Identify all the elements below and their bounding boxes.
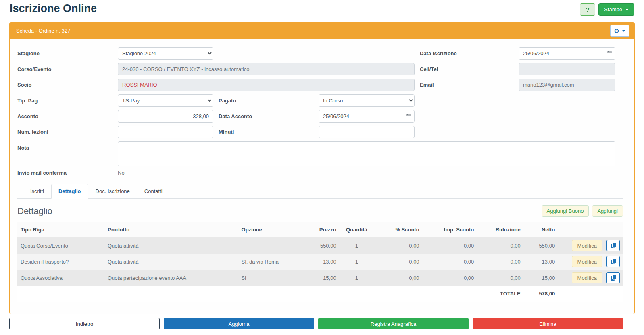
col-header-opzione: Opzione <box>238 222 303 237</box>
indietro-button[interactable]: Indietro <box>9 318 160 329</box>
minuti-label: Minuti <box>213 129 319 135</box>
detail-title: Dettaglio <box>17 206 52 216</box>
table-total-row: TOTALE 578,00 <box>17 286 623 302</box>
minuti-input[interactable] <box>319 126 415 138</box>
num-lezioni-input[interactable] <box>118 126 213 138</box>
cell-prezzo: 13,00 <box>303 254 339 270</box>
detail-header-actions: Aggiungi Buono Aggiungi <box>542 205 623 217</box>
cell-tel-label: Cell/Tel <box>415 66 519 72</box>
invio-mail-conferma-value: No <box>118 170 213 176</box>
cell-prodotto: Quota attività <box>104 237 238 254</box>
tab-contatti[interactable]: Contatti <box>137 184 170 199</box>
total-empty-cell <box>558 286 623 302</box>
data-acconto-label: Data Acconto <box>213 113 319 119</box>
pagato-select[interactable]: In Corso <box>319 94 415 107</box>
copy-row-button[interactable] <box>606 256 620 267</box>
col-header-prodotto: Prodotto <box>104 222 238 237</box>
col-header-quantita: Quantità <box>340 222 374 237</box>
modifica-button[interactable]: Modifica <box>572 256 602 267</box>
cell-imp-sconto: 0,00 <box>423 254 477 270</box>
stagione-label: Stagione <box>17 50 118 56</box>
table-header-row: Tipo Riga Prodotto Opzione Prezzo Quanti… <box>17 222 623 237</box>
cell-opzione: Si <box>238 270 303 286</box>
modifica-button[interactable]: Modifica <box>572 240 602 251</box>
data-acconto-input[interactable] <box>319 110 415 123</box>
card-title: Scheda - Ordine n. 327 <box>16 28 70 34</box>
cell-quantita: 1 <box>340 237 374 254</box>
cell-actions: Modifica <box>558 254 623 270</box>
tab-doc-iscrizione[interactable]: Doc. Iscrizione <box>88 184 137 199</box>
registra-anagrafica-button[interactable]: Registra Anagrafica <box>318 318 469 329</box>
copy-row-button[interactable] <box>606 240 620 251</box>
caret-down-icon <box>625 9 629 10</box>
invio-mail-conferma-label: Invio mail conferma <box>17 170 118 176</box>
num-lezioni-label: Num. lezioni <box>17 129 118 135</box>
cell-opzione: SI, da via Roma <box>238 254 303 270</box>
acconto-label: Acconto <box>17 113 118 119</box>
modifica-button[interactable]: Modifica <box>572 272 602 283</box>
stagione-select[interactable]: Stagione 2024 <box>118 47 213 60</box>
elimina-button[interactable]: Elimina <box>473 318 623 329</box>
cell-prodotto: Quota attività <box>104 254 238 270</box>
cell-riduzione: 0,00 <box>477 254 524 270</box>
cell-actions: Modifica <box>558 270 623 286</box>
data-iscrizione-field <box>519 47 615 60</box>
detail-table: Tipo Riga Prodotto Opzione Prezzo Quanti… <box>17 222 623 302</box>
tip-pag-label: Tip. Pag. <box>17 98 118 104</box>
corso-evento-input <box>118 63 415 75</box>
cell-perc-sconto: 0,00 <box>374 237 423 254</box>
cell-tipo-riga: Desideri il trasporto? <box>17 254 104 270</box>
col-header-perc-sconto: % Sconto <box>374 222 423 237</box>
table-row: Desideri il trasporto? Quota attività SI… <box>17 254 623 270</box>
cell-netto: 550,00 <box>524 237 558 254</box>
footer-actions: Indietro Aggiorna Registra Anagrafica El… <box>9 318 623 329</box>
col-header-netto: Netto <box>524 222 558 237</box>
detail-header: Dettaglio Aggiungi Buono Aggiungi <box>17 205 623 217</box>
col-header-tipo-riga: Tipo Riga <box>17 222 104 237</box>
col-header-imp-sconto: Imp. Sconto <box>423 222 477 237</box>
aggiorna-button[interactable]: Aggiorna <box>164 318 314 329</box>
card-header: Scheda - Ordine n. 327 ⚙ <box>10 23 634 39</box>
socio-label: Socio <box>17 82 118 88</box>
tip-pag-select[interactable]: TS-Pay <box>118 94 213 107</box>
cell-perc-sconto: 0,00 <box>374 270 423 286</box>
help-button[interactable]: ? <box>580 3 595 16</box>
acconto-input[interactable] <box>118 110 213 123</box>
gear-icon: ⚙ <box>614 27 619 35</box>
stampe-button-label: Stampe <box>604 6 622 12</box>
data-iscrizione-label: Data Iscrizione <box>415 50 519 56</box>
cell-tel-input <box>519 63 615 75</box>
calendar-icon <box>406 114 411 119</box>
order-form: Stagione Stagione 2024 Data Iscrizione C… <box>17 47 623 176</box>
nota-textarea[interactable] <box>118 141 615 166</box>
aggiungi-button[interactable]: Aggiungi <box>592 205 623 217</box>
copy-row-button[interactable] <box>606 272 620 283</box>
cell-quantita: 1 <box>340 270 374 286</box>
tab-iscritti[interactable]: Iscritti <box>23 184 51 199</box>
cell-prezzo: 550,00 <box>303 237 339 254</box>
aggiungi-buono-button[interactable]: Aggiungi Buono <box>542 205 589 217</box>
cell-prodotto: Quota partecipazione evento AAA <box>104 270 238 286</box>
table-row: Quota Associativa Quota partecipazione e… <box>17 270 623 286</box>
topbar-actions: ? Stampe <box>580 2 634 16</box>
socio-input <box>118 79 415 91</box>
cell-imp-sconto: 0,00 <box>423 237 477 254</box>
email-label: Email <box>415 82 519 88</box>
nota-label: Nota <box>17 141 118 151</box>
copy-icon <box>611 258 616 265</box>
order-card: Scheda - Ordine n. 327 ⚙ Stagione Stagio… <box>9 22 635 314</box>
stampe-button[interactable]: Stampe <box>598 3 634 16</box>
corso-evento-label: Corso/Evento <box>17 66 118 72</box>
cell-opzione <box>238 237 303 254</box>
page-title: Iscrizione Online <box>10 2 97 15</box>
tab-bar: Iscritti Dettaglio Doc. Iscrizione Conta… <box>17 184 623 199</box>
cell-netto: 13,00 <box>524 254 558 270</box>
table-row: Quota Corso/Evento Quota attività 550,00… <box>17 237 623 254</box>
data-iscrizione-input[interactable] <box>519 47 615 60</box>
tab-dettaglio[interactable]: Dettaglio <box>51 184 88 199</box>
settings-button[interactable]: ⚙ <box>610 25 629 37</box>
cell-riduzione: 0,00 <box>477 270 524 286</box>
col-header-actions <box>558 222 623 237</box>
col-header-riduzione: Riduzione <box>477 222 524 237</box>
cell-imp-sconto: 0,00 <box>423 270 477 286</box>
